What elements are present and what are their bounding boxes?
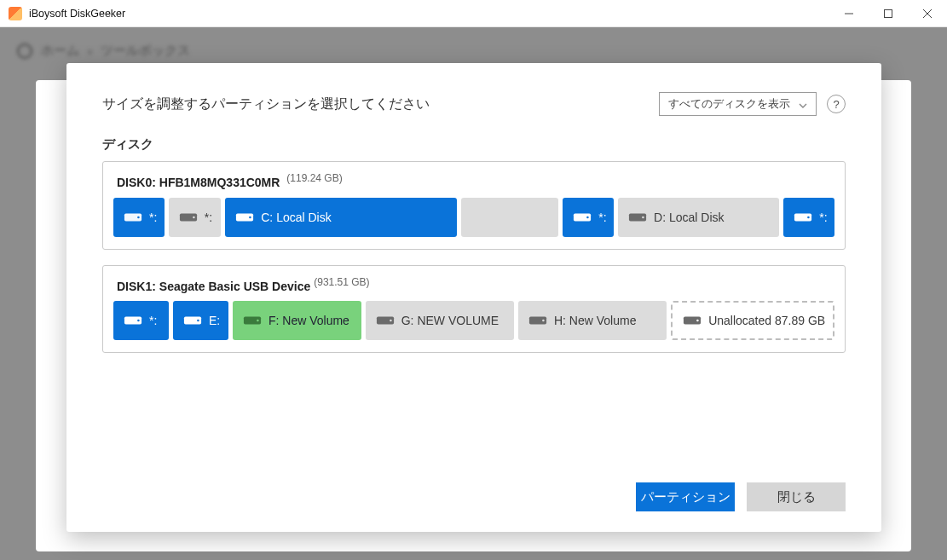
home-icon bbox=[17, 43, 32, 59]
disk-icon bbox=[183, 314, 202, 327]
svg-point-7 bbox=[586, 216, 589, 218]
resize-partition-dialog: サイズを調整するパーティションを選択してください すべてのディスクを表示 ? デ… bbox=[66, 63, 881, 532]
disk-header: DISK1: Seagate Basic USB Device(931.51 G… bbox=[117, 276, 834, 293]
help-button[interactable]: ? bbox=[827, 95, 846, 113]
svg-point-15 bbox=[696, 320, 699, 322]
disk-icon bbox=[179, 211, 198, 224]
window-title: iBoysoft DiskGeeker bbox=[29, 8, 125, 20]
close-button[interactable] bbox=[908, 0, 947, 27]
svg-point-5 bbox=[193, 216, 195, 218]
partition[interactable]: *: bbox=[563, 198, 614, 237]
partition[interactable]: *: bbox=[113, 198, 165, 237]
breadcrumb-sep: › bbox=[88, 43, 92, 58]
disk-icon bbox=[243, 314, 262, 327]
disk-icon bbox=[376, 314, 395, 327]
disk-icon bbox=[794, 211, 812, 224]
disk-card: DISK0: HFB1M8MQ331C0MR (119.24 GB) *: *:… bbox=[102, 161, 846, 250]
svg-point-9 bbox=[807, 216, 810, 218]
partition-button[interactable]: パーティション bbox=[636, 482, 735, 511]
disk-capacity: (119.24 GB) bbox=[286, 172, 342, 184]
partition[interactable]: H: New Volume bbox=[518, 301, 667, 340]
help-icon: ? bbox=[833, 98, 839, 111]
partition[interactable]: *: bbox=[169, 198, 222, 237]
partition-selected[interactable]: F: New Volume bbox=[233, 301, 361, 340]
disk-icon bbox=[124, 211, 142, 224]
partition-unallocated[interactable]: Unallocated 87.89 GB bbox=[671, 301, 834, 340]
svg-point-6 bbox=[249, 216, 251, 218]
partition[interactable]: *: bbox=[783, 198, 834, 237]
partition-row: *: E: F: New Volume G: NEW VOLUME H: New… bbox=[113, 301, 834, 340]
svg-point-14 bbox=[542, 320, 545, 322]
disk-capacity: (931.51 GB) bbox=[314, 276, 369, 288]
minimize-button[interactable] bbox=[829, 0, 869, 27]
disk-header: DISK0: HFB1M8MQ331C0MR (119.24 GB) bbox=[117, 172, 834, 189]
disk-icon bbox=[528, 314, 547, 327]
breadcrumb-home: ホーム bbox=[41, 43, 79, 59]
disk-icon bbox=[573, 211, 592, 224]
svg-point-12 bbox=[257, 320, 259, 322]
app-icon bbox=[9, 7, 22, 20]
breadcrumb-tool: ツールボックス bbox=[101, 43, 190, 59]
disk-card: DISK1: Seagate Basic USB Device(931.51 G… bbox=[102, 265, 846, 354]
partition[interactable]: *: bbox=[113, 301, 169, 340]
partition[interactable]: G: NEW VOLUME bbox=[366, 301, 514, 340]
chevron-down-icon bbox=[799, 98, 807, 111]
dialog-title: サイズを調整するパーティションを選択してください bbox=[102, 95, 659, 113]
close-dialog-button[interactable]: 閉じる bbox=[747, 482, 846, 511]
svg-point-11 bbox=[197, 320, 199, 322]
disk-filter-label: すべてのディスクを表示 bbox=[668, 96, 790, 112]
disk-icon bbox=[235, 211, 254, 224]
disks-section-label: ディスク bbox=[102, 136, 846, 153]
svg-point-4 bbox=[137, 216, 140, 218]
partition-empty[interactable] bbox=[461, 198, 558, 237]
disk-icon bbox=[124, 314, 142, 327]
partition[interactable]: C: Local Disk bbox=[225, 198, 457, 237]
disk-icon bbox=[683, 314, 702, 327]
svg-point-8 bbox=[642, 216, 644, 218]
window-titlebar: iBoysoft DiskGeeker bbox=[0, 0, 947, 27]
svg-point-13 bbox=[390, 320, 392, 322]
partition[interactable]: E: bbox=[173, 301, 228, 340]
partition-row: *: *: C: Local Disk *: D: Local Disk *: bbox=[113, 198, 834, 237]
maximize-button[interactable] bbox=[869, 0, 908, 27]
disk-filter-select[interactable]: すべてのディスクを表示 bbox=[659, 92, 817, 116]
breadcrumb: ホーム › ツールボックス bbox=[17, 43, 190, 59]
svg-point-10 bbox=[137, 320, 140, 322]
svg-rect-1 bbox=[885, 9, 892, 17]
disk-icon bbox=[628, 211, 647, 224]
partition[interactable]: D: Local Disk bbox=[618, 198, 779, 237]
